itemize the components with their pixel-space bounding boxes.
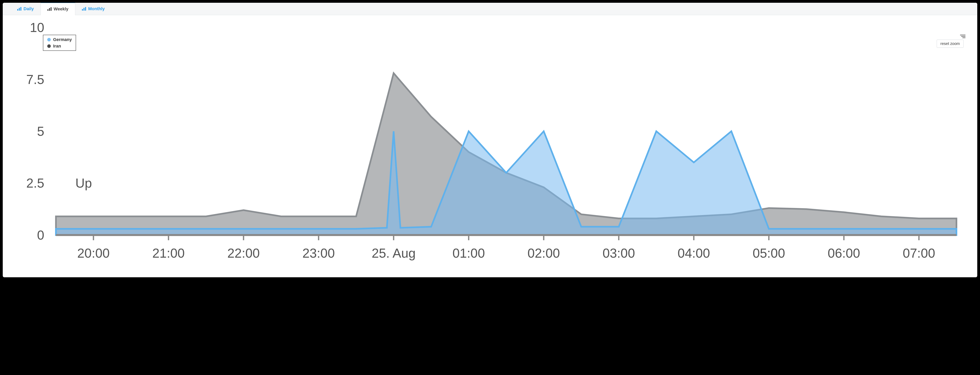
svg-text:07:00: 07:00: [903, 246, 935, 260]
svg-rect-5: [51, 7, 51, 11]
bar-chart-icon: [48, 7, 52, 11]
legend-item-germany[interactable]: Germany: [47, 36, 72, 43]
reset-zoom-button[interactable]: reset zoom: [937, 40, 964, 48]
tab-label: Weekly: [54, 6, 68, 11]
tab-label: Monthly: [88, 6, 105, 11]
svg-rect-0: [17, 9, 18, 11]
svg-text:21:00: 21:00: [152, 246, 185, 260]
legend-swatch: [47, 38, 51, 41]
svg-rect-3: [48, 9, 48, 11]
bar-chart-icon: [82, 7, 86, 11]
legend-item-iran[interactable]: Iran: [47, 43, 72, 49]
svg-text:5: 5: [37, 124, 44, 139]
legend-label: Germany: [53, 36, 72, 43]
svg-text:22:00: 22:00: [228, 246, 260, 260]
svg-text:23:00: 23:00: [302, 246, 335, 260]
svg-text:25. Aug: 25. Aug: [372, 246, 415, 260]
bar-chart-icon: [17, 7, 22, 11]
area-chart[interactable]: 02.557.510Up20:0021:0022:0023:0025. Aug0…: [11, 21, 969, 268]
chart-container: reset zoom Germany Iran 02.557.510Up20:0…: [3, 15, 977, 277]
svg-text:Up: Up: [75, 176, 92, 190]
panel: Daily Weekly Monthly reset zoom Germany …: [3, 3, 977, 277]
svg-text:01:00: 01:00: [452, 246, 485, 260]
legend[interactable]: Germany Iran: [43, 35, 76, 51]
svg-text:02:00: 02:00: [527, 246, 560, 260]
tab-monthly[interactable]: Monthly: [75, 3, 111, 15]
svg-text:10: 10: [30, 21, 44, 35]
svg-rect-7: [83, 8, 84, 11]
legend-label: Iran: [53, 43, 61, 49]
svg-text:7.5: 7.5: [26, 72, 44, 87]
svg-rect-1: [19, 8, 20, 11]
svg-text:03:00: 03:00: [603, 246, 635, 260]
svg-text:2.5: 2.5: [26, 176, 44, 190]
svg-text:06:00: 06:00: [828, 246, 860, 260]
svg-text:20:00: 20:00: [77, 246, 110, 260]
period-tabs: Daily Weekly Monthly: [3, 3, 977, 15]
svg-rect-8: [85, 7, 86, 11]
svg-rect-6: [82, 9, 83, 11]
tab-daily[interactable]: Daily: [11, 3, 41, 15]
legend-swatch: [47, 44, 51, 48]
svg-text:05:00: 05:00: [752, 246, 785, 260]
tab-weekly[interactable]: Weekly: [41, 3, 75, 15]
svg-text:0: 0: [37, 228, 44, 243]
tab-label: Daily: [24, 6, 34, 11]
svg-text:04:00: 04:00: [678, 246, 710, 260]
svg-rect-2: [21, 7, 21, 11]
chart-menu-icon[interactable]: [960, 35, 966, 38]
svg-rect-4: [49, 8, 50, 11]
